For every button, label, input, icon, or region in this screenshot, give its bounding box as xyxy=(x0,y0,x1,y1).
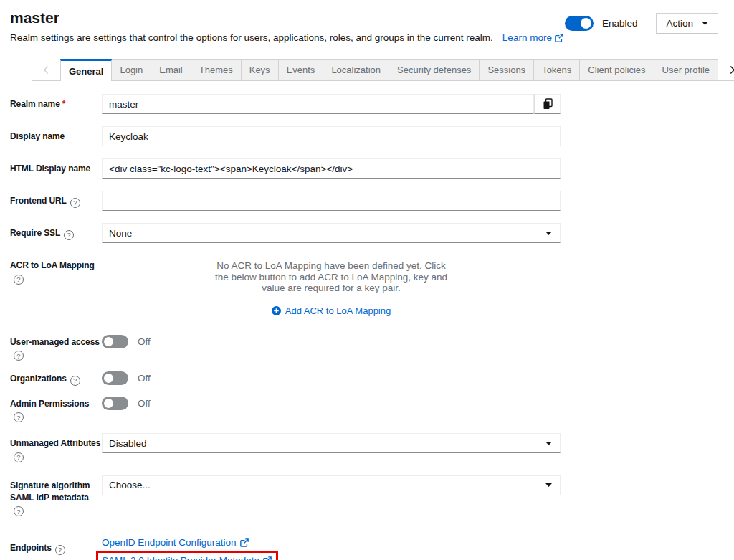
tab-keys[interactable]: Keys xyxy=(242,59,279,80)
tab-themes[interactable]: Themes xyxy=(191,59,242,80)
help-icon[interactable]: ? xyxy=(14,351,24,361)
action-dropdown-button[interactable]: Action xyxy=(656,13,718,34)
admin-permissions-label: Admin Permissions? xyxy=(10,397,102,423)
tab-client-policies[interactable]: Client policies xyxy=(580,59,654,80)
page-title: master xyxy=(10,9,563,27)
unmanaged-attributes-row: Unmanaged Attributes ? Disabled xyxy=(10,433,734,462)
caret-down-icon xyxy=(545,232,552,235)
endpoints-row: Endpoints? OpenID Endpoint Configuration… xyxy=(10,535,734,560)
require-ssl-select[interactable]: None xyxy=(102,223,561,243)
tab-login[interactable]: Login xyxy=(112,59,151,80)
realm-header: master Realm settings are settings that … xyxy=(0,0,734,44)
plus-circle-icon xyxy=(272,306,281,315)
realm-settings-tabs: General Login Email Themes Keys Events L… xyxy=(32,59,734,81)
admin-permissions-row: Admin Permissions? Off xyxy=(10,397,734,423)
signature-algorithm-select[interactable]: Choose... xyxy=(102,475,561,495)
tab-security-defenses[interactable]: Security defenses xyxy=(389,59,480,80)
external-link-icon xyxy=(240,538,249,547)
acr-loa-mapping-row: ACR to LoA Mapping? No ACR to LoA Mappin… xyxy=(10,255,734,316)
unmanaged-attributes-select[interactable]: Disabled xyxy=(102,433,561,453)
toggle-state-label: Off xyxy=(138,398,151,409)
frontend-url-label: Frontend URL? xyxy=(10,191,102,208)
copy-icon xyxy=(543,98,553,110)
user-managed-access-row: User-managed access ? Off xyxy=(10,335,734,361)
enabled-label: Enabled xyxy=(602,18,638,29)
chevron-right-icon xyxy=(730,65,734,75)
user-managed-access-label: User-managed access ? xyxy=(10,335,102,361)
external-link-icon xyxy=(263,556,272,560)
tab-sessions[interactable]: Sessions xyxy=(480,59,534,80)
tab-email[interactable]: Email xyxy=(151,59,191,80)
organizations-toggle[interactable] xyxy=(102,371,128,385)
tab-user-profile[interactable]: User profile xyxy=(654,59,718,80)
help-icon[interactable]: ? xyxy=(14,452,24,462)
help-icon[interactable]: ? xyxy=(14,275,24,285)
admin-permissions-toggle[interactable] xyxy=(102,397,128,410)
display-name-input[interactable] xyxy=(102,126,561,146)
organizations-label: Organizations? xyxy=(10,371,102,386)
header-actions: Enabled Action xyxy=(565,13,718,34)
html-display-name-row: HTML Display name xyxy=(10,158,734,179)
header-text: master Realm settings are settings that … xyxy=(10,9,563,44)
realm-description: Realm settings are settings that control… xyxy=(10,32,563,44)
realm-description-text: Realm settings are settings that control… xyxy=(10,32,493,43)
require-ssl-label: Require SSL? xyxy=(10,223,102,240)
endpoints-label: Endpoints? xyxy=(10,535,102,555)
unmanaged-attributes-label: Unmanaged Attributes ? xyxy=(10,433,102,462)
signature-algorithm-row: Signature algorithm SAML IdP metadata ? … xyxy=(10,475,734,517)
tabs-scroll-left-button[interactable] xyxy=(32,59,60,80)
frontend-url-input[interactable] xyxy=(102,191,561,211)
frontend-url-row: Frontend URL? xyxy=(10,191,734,211)
saml-identity-provider-metadata-link[interactable]: SAML 2.0 Identity Provider Metadata xyxy=(102,553,272,560)
display-name-row: Display name xyxy=(10,126,734,146)
html-display-name-input[interactable] xyxy=(102,158,561,179)
help-icon[interactable]: ? xyxy=(70,198,80,208)
toggle-knob xyxy=(104,399,113,408)
acr-loa-mapping-label: ACR to LoA Mapping? xyxy=(10,255,102,285)
help-icon[interactable]: ? xyxy=(70,376,80,386)
red-highlight-annotation: SAML 2.0 Identity Provider Metadata xyxy=(96,551,278,560)
display-name-label: Display name xyxy=(10,126,102,143)
caret-down-icon xyxy=(545,483,552,487)
realm-name-input[interactable] xyxy=(102,94,534,114)
signature-algorithm-label: Signature algorithm SAML IdP metadata ? xyxy=(10,475,102,517)
toggle-state-label: Off xyxy=(138,336,151,347)
require-ssl-row: Require SSL? None xyxy=(10,223,734,243)
tab-events[interactable]: Events xyxy=(279,59,324,80)
html-display-name-label: HTML Display name xyxy=(10,158,102,175)
caret-down-icon xyxy=(545,442,552,445)
general-settings-form: Realm name* Display name HTML Display na… xyxy=(0,81,734,560)
caret-down-icon xyxy=(702,22,708,25)
toggle-knob xyxy=(104,374,113,383)
required-asterisk: * xyxy=(62,99,66,109)
tab-localization[interactable]: Localization xyxy=(323,59,389,80)
realm-enabled-toggle[interactable] xyxy=(565,16,594,31)
organizations-row: Organizations? Off xyxy=(10,371,734,386)
acr-empty-state-text: No ACR to LoA Mapping have been defined … xyxy=(212,260,450,294)
chevron-left-icon xyxy=(43,65,49,75)
toggle-knob xyxy=(581,18,591,29)
tabs-scroll-right-button[interactable] xyxy=(718,59,734,80)
help-icon[interactable]: ? xyxy=(14,506,24,516)
add-acr-loa-mapping-button[interactable]: Add ACR to LoA Mapping xyxy=(102,305,561,316)
help-icon[interactable]: ? xyxy=(14,412,24,422)
realm-name-label: Realm name* xyxy=(10,94,102,110)
help-icon[interactable]: ? xyxy=(64,230,74,240)
realm-name-row: Realm name* xyxy=(10,94,734,114)
toggle-state-label: Off xyxy=(138,373,151,384)
user-managed-access-toggle[interactable] xyxy=(102,335,128,348)
help-icon[interactable]: ? xyxy=(55,545,65,555)
tab-tokens[interactable]: Tokens xyxy=(534,59,580,80)
tab-general[interactable]: General xyxy=(60,59,112,81)
copy-button[interactable] xyxy=(534,94,561,114)
learn-more-link[interactable]: Learn more xyxy=(502,32,563,44)
toggle-knob xyxy=(104,337,113,346)
external-link-icon xyxy=(555,34,563,42)
openid-endpoint-configuration-link[interactable]: OpenID Endpoint Configuration xyxy=(102,535,249,550)
